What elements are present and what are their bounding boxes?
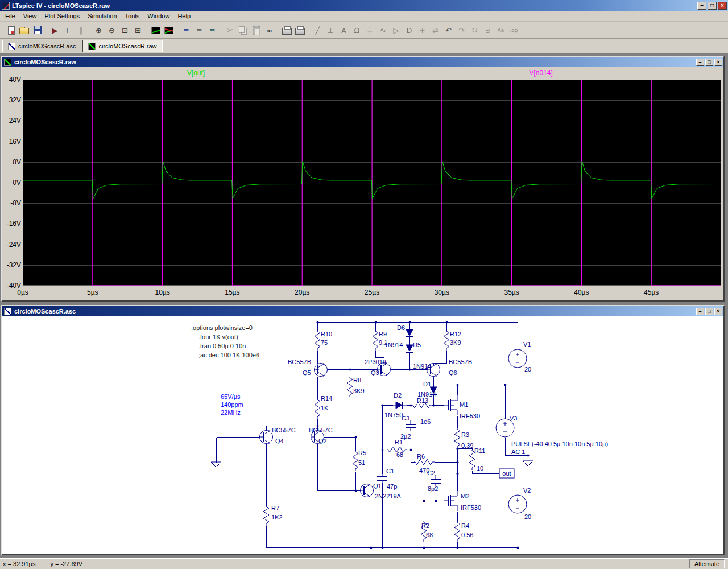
close-button[interactable]: × [714,308,722,315]
zoom-full-icon[interactable]: ⊡ [118,24,131,37]
symbol-C3[interactable] [406,420,416,431]
undo-icon[interactable]: ↶ [442,24,455,37]
wire-icon[interactable]: ╱ [311,24,324,37]
zoom-fit-icon[interactable]: ⊞ [131,24,144,37]
find-icon[interactable]: ∞ [263,24,276,37]
minimize-button[interactable]: – [696,59,704,66]
move-icon[interactable]: + [416,24,429,37]
fft-icon[interactable] [162,24,175,37]
symbol-GND2[interactable] [523,461,533,466]
symbol-R10[interactable] [315,330,320,351]
menu-tools[interactable]: Tools [121,11,144,20]
maximize-button[interactable]: □ [705,59,713,66]
cut-icon[interactable]: ✂ [224,24,237,37]
label-net-icon[interactable]: A [337,24,350,37]
rotate-icon[interactable]: ↻ [468,24,481,37]
capacitor-icon[interactable]: ╪ [363,24,377,37]
mirror-icon[interactable]: Ǝ [481,24,494,37]
schematic-label: R5 [358,450,366,456]
component-icon[interactable]: D [403,24,416,37]
close-button[interactable]: × [718,2,727,10]
title-bar[interactable]: LTspice IV - circloMOScascR.raw –□× [0,0,728,11]
waveform-window[interactable]: circloMOScascR.raw –□× V[out]V[n014]40V3… [1,56,725,302]
menu-plot-settings[interactable]: Plot Settings [40,11,84,20]
run-icon[interactable]: ▶ [48,24,61,37]
symbol-R7[interactable] [263,505,269,526]
symbol-C2[interactable] [431,475,441,486]
resistor-icon[interactable]: Ω [350,24,363,37]
symbol-D5[interactable] [406,345,413,352]
zoom-out-icon[interactable]: ⊖ [105,24,118,37]
print-icon[interactable] [280,24,293,37]
paste-icon[interactable] [250,24,263,37]
waveform-caption-buttons: –□× [696,59,722,66]
control-panel-icon[interactable]: Γ [61,24,75,37]
diode-icon[interactable]: ▷ [390,24,403,37]
symbol-D2[interactable] [391,402,407,409]
symbol-shape [347,377,353,397]
symbol-D6[interactable] [406,329,413,337]
drag-icon[interactable]: ⇄ [429,24,442,37]
symbol-R4[interactable] [454,521,460,542]
new-schematic-icon[interactable] [5,24,18,37]
schematic-drawing[interactable]: out.options plotwinsize=0.four 1K v(out)… [2,316,723,554]
redo-icon[interactable]: ↷ [455,24,468,37]
waveform-window-titlebar[interactable]: circloMOScascR.raw –□× [2,57,723,67]
symbol-V2[interactable] [508,495,527,513]
open-icon[interactable] [18,24,31,37]
x-axis-tick-label: 0µs [17,288,28,296]
schematic-canvas[interactable]: out.options plotwinsize=0.four 1K v(out)… [2,316,723,554]
schematic-label: R4 [461,522,469,529]
symbol-R3[interactable] [454,428,460,448]
symbol-GND1[interactable] [211,462,221,467]
copy-icon[interactable] [237,24,250,37]
minimize-button[interactable]: – [697,2,706,10]
waveform-plot-area[interactable] [23,80,721,286]
x-axis-tick-label: 15µs [225,288,239,296]
symbol-R8[interactable] [347,377,353,397]
symbol-V1[interactable] [508,349,527,368]
symbol-R5[interactable] [353,451,358,471]
menu-help[interactable]: Help [173,11,195,20]
efficiency-report-icon[interactable]: ≡ [206,24,219,37]
menu-file[interactable]: File [1,11,19,20]
symbol-R6[interactable] [414,459,435,465]
symbol-Q4[interactable] [260,430,273,444]
close-button[interactable]: × [714,59,722,66]
waveform-plot-pane[interactable]: V[out]V[n014]40V32V24V16V8V0V-8V-16V-24V… [2,67,723,300]
inductor-icon[interactable]: ∿ [377,24,390,37]
halt-icon[interactable]: ‖ [75,24,88,37]
ground-icon[interactable]: ⊥ [324,24,337,37]
maximize-button[interactable]: □ [708,2,717,10]
menu-window[interactable]: Window [143,11,173,20]
save-icon[interactable] [31,24,44,37]
spice-directive-icon[interactable]: .op [507,24,520,37]
trace-label-V[n014][interactable]: V[n014] [529,69,552,77]
error-log-icon[interactable]: ≡ [193,24,206,37]
print-preview-icon[interactable] [293,24,307,37]
symbol-M2[interactable] [444,490,457,511]
symbol-Q5[interactable] [315,363,328,377]
schematic-window-titlebar[interactable]: circloMOScascR.asc –□× [2,306,723,316]
symbol-R9[interactable] [373,330,378,351]
netlist-icon[interactable]: ≡ [180,24,193,37]
symbol-line [318,364,324,368]
zoom-in-icon[interactable]: ⊕ [92,24,105,37]
symbol-Q1[interactable] [361,484,374,497]
maximize-button[interactable]: □ [705,308,713,315]
autorange-icon[interactable] [149,24,162,37]
menu-view[interactable]: View [19,11,41,20]
menu-simulation[interactable]: Simulation [84,11,121,20]
tab-circloMOScascR.raw[interactable]: circloMOScascR.raw [82,40,162,52]
schematic-label: 75 [321,339,328,346]
text-icon[interactable]: Aa [494,24,507,37]
junction-dot [457,473,459,475]
symbol-R14[interactable] [315,398,320,419]
symbol-R12[interactable] [444,330,449,351]
minimize-button[interactable]: – [696,308,704,315]
tab-circloMOScascR.asc[interactable]: circloMOScascR.asc [2,40,81,52]
symbol-M1[interactable] [444,395,457,415]
trace-label-V[out][interactable]: V[out] [187,69,205,77]
schematic-window[interactable]: circloMOScascR.asc –□× out.options plotw… [1,305,725,555]
symbol-out[interactable]: out [499,469,514,478]
